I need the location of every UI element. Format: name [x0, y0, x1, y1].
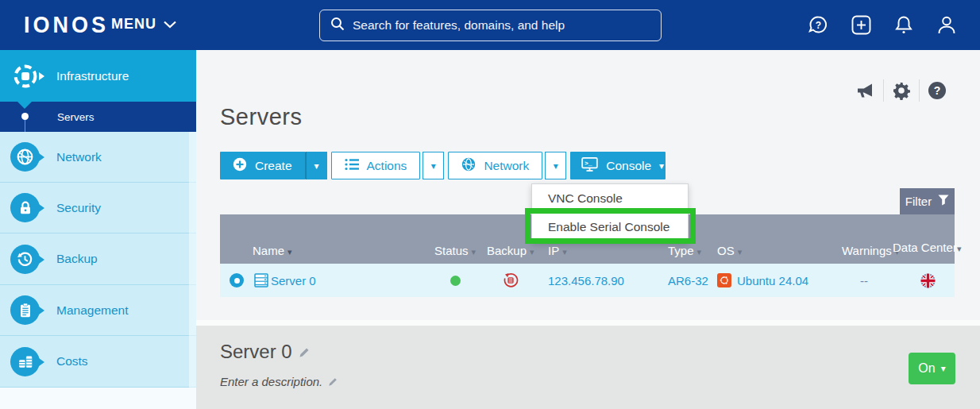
column-header-warnings[interactable]: Warnings▾	[842, 244, 899, 257]
actions-label: Actions	[367, 159, 407, 173]
add-product-icon[interactable]	[850, 14, 872, 37]
detail-title-row: Server 0	[220, 341, 311, 363]
section-divider	[196, 320, 980, 326]
console-dropdown-menu: VNC Console Enable Serial Console	[531, 183, 689, 242]
settings-gear-icon[interactable]	[884, 81, 919, 100]
sidebar-item-label: Management	[56, 303, 128, 318]
backup-disabled-icon	[503, 264, 519, 297]
search-input[interactable]	[353, 18, 650, 33]
server-detail-panel: Server 0 Enter a description. On ▾	[196, 326, 980, 409]
sidebar-item-costs[interactable]: Costs	[0, 336, 196, 388]
network-globe-icon	[10, 142, 40, 172]
sidebar-item-label: Infrastructure	[56, 69, 129, 83]
detail-server-name: Server 0	[220, 341, 292, 363]
server-ip[interactable]: 123.456.78.90	[548, 264, 624, 297]
network-dropdown-toggle[interactable]: ▾	[545, 152, 566, 179]
column-header-status[interactable]: Status▾	[434, 244, 476, 257]
funnel-icon	[938, 195, 949, 208]
column-header-ip[interactable]: IP▾	[548, 244, 567, 257]
create-button[interactable]: Create	[220, 152, 306, 179]
ionos-logo[interactable]: IONOS	[24, 11, 109, 39]
sidebar-item-security[interactable]: Security	[0, 183, 196, 233]
announcements-megaphone-icon[interactable]	[848, 82, 883, 99]
plus-circle-icon	[233, 157, 247, 175]
menu-button[interactable]: MENU	[111, 16, 176, 33]
column-header-data-center[interactable]: Data Center▾	[893, 239, 948, 257]
detail-description-row: Enter a description.	[220, 375, 338, 388]
console-button[interactable]: >_ Console ▾	[570, 152, 666, 179]
server-name-link[interactable]: Server 0	[271, 264, 316, 297]
actions-button[interactable]: Actions	[331, 152, 421, 179]
search-icon	[330, 17, 345, 34]
actions-dropdown-toggle[interactable]: ▾	[422, 152, 444, 179]
globe-icon	[461, 157, 476, 175]
infrastructure-icon	[10, 61, 40, 91]
power-dropdown-caret: ▾	[941, 364, 946, 373]
sidebar-item-label: Security	[56, 201, 101, 215]
svg-text:>_: >_	[585, 160, 592, 167]
column-header-name[interactable]: Name▾	[253, 244, 292, 257]
sidebar-item-management[interactable]: Management	[0, 285, 196, 336]
top-navbar: IONOS MENU ?	[0, 0, 980, 50]
sidebar-scrollbar-track[interactable]	[189, 132, 196, 388]
context-icon-group: ?	[848, 79, 955, 102]
power-state-button[interactable]: On ▾	[909, 353, 955, 384]
sidebar-item-label: Network	[56, 150, 102, 164]
network-button[interactable]: Network	[448, 152, 542, 179]
create-label: Create	[255, 159, 292, 173]
sidebar-item-label: Costs	[56, 354, 88, 368]
create-dropdown-toggle[interactable]: ▾	[306, 152, 327, 179]
account-user-icon[interactable]	[936, 14, 958, 37]
active-bullet-icon	[21, 113, 29, 120]
description-placeholder: Enter a description.	[220, 375, 322, 388]
sidebar-item-label: Backup	[56, 252, 98, 266]
sidebar-item-label: Servers	[57, 111, 95, 123]
global-search[interactable]	[319, 10, 662, 41]
console-dropdown-caret: ▾	[659, 161, 664, 171]
column-header-type[interactable]: Type▾	[668, 244, 701, 257]
console-monitor-icon: >_	[581, 156, 598, 176]
chevron-down-icon	[164, 16, 176, 33]
list-icon	[345, 158, 359, 174]
filter-button[interactable]: Filter	[900, 188, 955, 214]
edit-name-pencil-icon[interactable]	[299, 346, 311, 358]
uk-flag-icon	[920, 264, 936, 297]
menu-item-vnc-console[interactable]: VNC Console	[532, 184, 688, 213]
console-label: Console	[606, 159, 651, 173]
network-button-group: Network ▾	[448, 152, 566, 179]
help-chat-icon[interactable]: ?	[807, 14, 829, 37]
server-rack-icon	[253, 264, 269, 297]
page-title: Servers	[220, 104, 302, 130]
menu-label: MENU	[111, 16, 156, 33]
power-state-label: On	[918, 361, 935, 376]
coins-icon	[10, 347, 40, 376]
sidebar-item-backup[interactable]: Backup	[0, 233, 196, 285]
tree-line	[25, 120, 25, 132]
lock-icon	[10, 193, 40, 222]
edit-description-pencil-icon[interactable]	[328, 376, 338, 387]
server-toolbar: Create ▾ Actions ▾ Network	[220, 152, 666, 179]
menu-item-enable-serial-console[interactable]: Enable Serial Console	[532, 213, 688, 241]
backup-history-icon	[10, 245, 40, 274]
network-label: Network	[484, 159, 529, 173]
navbar-icon-group: ?	[807, 0, 958, 50]
sidebar: Infrastructure Servers Network Security …	[0, 50, 196, 409]
column-header-os[interactable]: OS▾	[717, 244, 742, 257]
server-table-row[interactable]: Server 0 123.456.78.90 AR6-32 Ubuntu 24.…	[220, 264, 955, 297]
row-radio-selected[interactable]	[230, 264, 244, 297]
column-header-backup[interactable]: Backup▾	[487, 244, 534, 257]
main-content: ? Servers Create ▾ Actions	[196, 50, 980, 409]
filter-label: Filter	[905, 195, 932, 208]
svg-text:?: ?	[815, 20, 820, 31]
ubuntu-logo-icon	[717, 264, 731, 297]
active-item-notch	[17, 102, 32, 109]
notifications-bell-icon[interactable]	[893, 14, 915, 37]
sidebar-item-network[interactable]: Network	[0, 132, 196, 183]
actions-button-group: Actions ▾	[331, 152, 445, 179]
status-running-dot	[450, 264, 461, 297]
sidebar-item-infrastructure[interactable]: Infrastructure	[0, 50, 196, 102]
help-circle-icon[interactable]: ?	[920, 82, 955, 99]
server-warnings: --	[860, 264, 868, 297]
clipboard-icon	[10, 295, 40, 325]
server-os: Ubuntu 24.04	[737, 264, 808, 297]
